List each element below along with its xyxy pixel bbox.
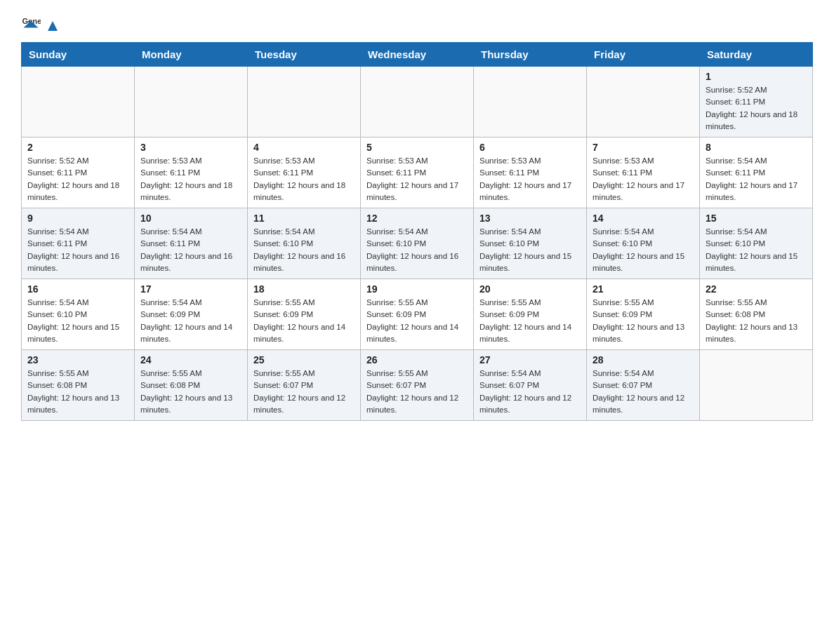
day-number: 16 bbox=[27, 283, 128, 295]
day-info: Sunrise: 5:54 AMSunset: 6:07 PMDaylight:… bbox=[479, 368, 581, 416]
calendar-cell bbox=[474, 67, 587, 137]
day-number: 27 bbox=[479, 354, 581, 365]
day-info: Sunrise: 5:54 AMSunset: 6:10 PMDaylight:… bbox=[479, 226, 581, 274]
calendar-cell: 1Sunrise: 5:52 AMSunset: 6:11 PMDaylight… bbox=[700, 67, 813, 137]
day-number: 19 bbox=[366, 283, 468, 295]
weekday-header-thursday: Thursday bbox=[474, 43, 587, 67]
page-header: General bbox=[21, 14, 813, 34]
day-number: 25 bbox=[253, 354, 355, 365]
day-number: 14 bbox=[593, 213, 694, 224]
day-number: 26 bbox=[366, 354, 468, 365]
calendar-cell bbox=[361, 67, 474, 137]
day-number: 12 bbox=[366, 213, 468, 224]
day-info: Sunrise: 5:53 AMSunset: 6:11 PMDaylight:… bbox=[140, 155, 241, 203]
calendar-cell: 19Sunrise: 5:55 AMSunset: 6:09 PMDayligh… bbox=[361, 279, 474, 350]
calendar-row-5: 23Sunrise: 5:55 AMSunset: 6:08 PMDayligh… bbox=[22, 350, 813, 421]
calendar-cell bbox=[700, 350, 813, 421]
day-number: 17 bbox=[140, 283, 241, 295]
day-info: Sunrise: 5:52 AMSunset: 6:11 PMDaylight:… bbox=[706, 84, 807, 133]
day-info: Sunrise: 5:55 AMSunset: 6:09 PMDaylight:… bbox=[253, 297, 355, 345]
day-number: 10 bbox=[140, 213, 241, 224]
day-info: Sunrise: 5:55 AMSunset: 6:09 PMDaylight:… bbox=[366, 297, 468, 345]
logo-icon: General bbox=[21, 14, 41, 34]
day-info: Sunrise: 5:55 AMSunset: 6:09 PMDaylight:… bbox=[593, 297, 694, 345]
weekday-header-tuesday: Tuesday bbox=[248, 43, 361, 67]
day-info: Sunrise: 5:54 AMSunset: 6:07 PMDaylight:… bbox=[593, 368, 694, 416]
day-info: Sunrise: 5:53 AMSunset: 6:11 PMDaylight:… bbox=[366, 155, 468, 203]
day-number: 28 bbox=[593, 354, 694, 365]
calendar-cell: 26Sunrise: 5:55 AMSunset: 6:07 PMDayligh… bbox=[361, 350, 474, 421]
calendar-row-4: 16Sunrise: 5:54 AMSunset: 6:10 PMDayligh… bbox=[22, 279, 813, 350]
weekday-header-monday: Monday bbox=[135, 43, 248, 67]
day-number: 9 bbox=[27, 213, 128, 224]
calendar-cell: 22Sunrise: 5:55 AMSunset: 6:08 PMDayligh… bbox=[700, 279, 813, 350]
day-number: 18 bbox=[253, 283, 355, 295]
calendar-cell: 8Sunrise: 5:54 AMSunset: 6:11 PMDaylight… bbox=[700, 137, 813, 208]
calendar-cell: 3Sunrise: 5:53 AMSunset: 6:11 PMDaylight… bbox=[135, 137, 248, 208]
day-number: 11 bbox=[253, 213, 355, 224]
day-number: 5 bbox=[366, 142, 468, 153]
svg-marker-2 bbox=[48, 21, 58, 31]
day-info: Sunrise: 5:54 AMSunset: 6:10 PMDaylight:… bbox=[366, 226, 468, 274]
calendar-cell bbox=[587, 67, 700, 137]
day-number: 4 bbox=[253, 142, 355, 153]
day-info: Sunrise: 5:54 AMSunset: 6:10 PMDaylight:… bbox=[27, 297, 128, 345]
weekday-header-saturday: Saturday bbox=[700, 43, 813, 67]
calendar-cell bbox=[248, 67, 361, 137]
calendar-cell bbox=[135, 67, 248, 137]
day-number: 6 bbox=[479, 142, 581, 153]
calendar-cell: 28Sunrise: 5:54 AMSunset: 6:07 PMDayligh… bbox=[587, 350, 700, 421]
calendar-cell: 10Sunrise: 5:54 AMSunset: 6:11 PMDayligh… bbox=[135, 208, 248, 279]
day-info: Sunrise: 5:54 AMSunset: 6:09 PMDaylight:… bbox=[140, 297, 241, 345]
calendar-cell: 7Sunrise: 5:53 AMSunset: 6:11 PMDaylight… bbox=[587, 137, 700, 208]
day-number: 22 bbox=[706, 283, 807, 295]
day-number: 21 bbox=[593, 283, 694, 295]
calendar-cell: 25Sunrise: 5:55 AMSunset: 6:07 PMDayligh… bbox=[248, 350, 361, 421]
calendar-cell: 15Sunrise: 5:54 AMSunset: 6:10 PMDayligh… bbox=[700, 208, 813, 279]
day-number: 2 bbox=[27, 142, 128, 153]
weekday-header-sunday: Sunday bbox=[22, 43, 135, 67]
day-info: Sunrise: 5:55 AMSunset: 6:08 PMDaylight:… bbox=[706, 297, 807, 345]
weekday-header-friday: Friday bbox=[587, 43, 700, 67]
day-number: 24 bbox=[140, 354, 241, 365]
day-info: Sunrise: 5:52 AMSunset: 6:11 PMDaylight:… bbox=[27, 155, 128, 203]
calendar-table: SundayMondayTuesdayWednesdayThursdayFrid… bbox=[21, 42, 813, 421]
calendar-cell: 13Sunrise: 5:54 AMSunset: 6:10 PMDayligh… bbox=[474, 208, 587, 279]
day-info: Sunrise: 5:53 AMSunset: 6:11 PMDaylight:… bbox=[253, 155, 355, 203]
day-info: Sunrise: 5:55 AMSunset: 6:07 PMDaylight:… bbox=[253, 368, 355, 416]
calendar-cell: 17Sunrise: 5:54 AMSunset: 6:09 PMDayligh… bbox=[135, 279, 248, 350]
calendar-row-3: 9Sunrise: 5:54 AMSunset: 6:11 PMDaylight… bbox=[22, 208, 813, 279]
calendar-cell bbox=[22, 67, 135, 137]
day-number: 15 bbox=[706, 213, 807, 224]
calendar-cell: 12Sunrise: 5:54 AMSunset: 6:10 PMDayligh… bbox=[361, 208, 474, 279]
day-number: 3 bbox=[140, 142, 241, 153]
calendar-cell: 4Sunrise: 5:53 AMSunset: 6:11 PMDaylight… bbox=[248, 137, 361, 208]
calendar-cell: 16Sunrise: 5:54 AMSunset: 6:10 PMDayligh… bbox=[22, 279, 135, 350]
calendar-cell: 5Sunrise: 5:53 AMSunset: 6:11 PMDaylight… bbox=[361, 137, 474, 208]
logo: General bbox=[21, 14, 62, 34]
day-number: 7 bbox=[593, 142, 694, 153]
calendar-cell: 24Sunrise: 5:55 AMSunset: 6:08 PMDayligh… bbox=[135, 350, 248, 421]
day-number: 1 bbox=[706, 71, 807, 82]
calendar-cell: 14Sunrise: 5:54 AMSunset: 6:10 PMDayligh… bbox=[587, 208, 700, 279]
day-info: Sunrise: 5:55 AMSunset: 6:09 PMDaylight:… bbox=[479, 297, 581, 345]
day-info: Sunrise: 5:54 AMSunset: 6:10 PMDaylight:… bbox=[253, 226, 355, 274]
day-info: Sunrise: 5:53 AMSunset: 6:11 PMDaylight:… bbox=[593, 155, 694, 203]
calendar-cell: 11Sunrise: 5:54 AMSunset: 6:10 PMDayligh… bbox=[248, 208, 361, 279]
calendar-header-row: SundayMondayTuesdayWednesdayThursdayFrid… bbox=[22, 43, 813, 67]
day-info: Sunrise: 5:54 AMSunset: 6:10 PMDaylight:… bbox=[706, 226, 807, 274]
logo-triangle-icon bbox=[45, 18, 60, 34]
weekday-header-wednesday: Wednesday bbox=[361, 43, 474, 67]
calendar-cell: 23Sunrise: 5:55 AMSunset: 6:08 PMDayligh… bbox=[22, 350, 135, 421]
day-number: 23 bbox=[27, 354, 128, 365]
day-number: 8 bbox=[706, 142, 807, 153]
day-info: Sunrise: 5:55 AMSunset: 6:07 PMDaylight:… bbox=[366, 368, 468, 416]
day-info: Sunrise: 5:55 AMSunset: 6:08 PMDaylight:… bbox=[140, 368, 241, 416]
calendar-cell: 18Sunrise: 5:55 AMSunset: 6:09 PMDayligh… bbox=[248, 279, 361, 350]
calendar-cell: 21Sunrise: 5:55 AMSunset: 6:09 PMDayligh… bbox=[587, 279, 700, 350]
day-info: Sunrise: 5:54 AMSunset: 6:10 PMDaylight:… bbox=[593, 226, 694, 274]
calendar-cell: 2Sunrise: 5:52 AMSunset: 6:11 PMDaylight… bbox=[22, 137, 135, 208]
day-number: 20 bbox=[479, 283, 581, 295]
day-info: Sunrise: 5:55 AMSunset: 6:08 PMDaylight:… bbox=[27, 368, 128, 416]
calendar-cell: 9Sunrise: 5:54 AMSunset: 6:11 PMDaylight… bbox=[22, 208, 135, 279]
